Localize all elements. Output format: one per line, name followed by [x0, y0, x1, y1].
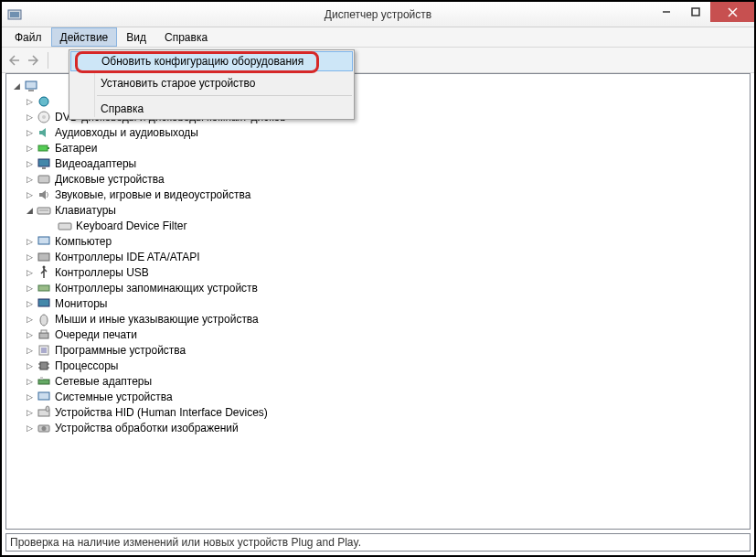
chevron-right-icon[interactable]: ▷	[25, 174, 35, 184]
sound-icon	[37, 187, 51, 202]
tree-item[interactable]: ▷Устройства обработки изображений	[12, 420, 750, 435]
usb-icon	[37, 265, 51, 280]
menu-action[interactable]: Действие	[51, 27, 118, 47]
chevron-right-icon[interactable]: ▷	[25, 143, 35, 153]
chevron-right-icon[interactable]: ▷	[25, 96, 35, 106]
tree-label: Устройства HID (Human Interface Devices)	[55, 406, 268, 419]
chevron-right-icon[interactable]: ▷	[25, 345, 35, 355]
svg-rect-36	[38, 392, 49, 400]
tree-item[interactable]: ▷Мыши и иные указывающие устройства	[12, 311, 750, 327]
tree-item[interactable]: ▷Сетевые адаптеры	[12, 373, 750, 389]
tree-item[interactable]: ▷Устройства HID (Human Interface Devices…	[12, 404, 750, 420]
svg-rect-13	[38, 159, 49, 166]
action-dropdown: Обновить конфигурацию оборудования Устан…	[69, 49, 355, 120]
chevron-down-icon[interactable]: ◢	[25, 205, 35, 215]
window-title: Диспетчер устройств	[325, 8, 431, 21]
chevron-right-icon[interactable]: ▷	[25, 376, 35, 386]
tree-item[interactable]: ▷Звуковые, игровые и видеоустройства	[12, 187, 750, 202]
chevron-right-icon[interactable]: ▷	[25, 127, 35, 137]
mouse-icon	[37, 312, 51, 327]
chevron-right-icon[interactable]: ▷	[25, 391, 35, 402]
chevron-right-icon[interactable]: ▷	[25, 252, 35, 262]
svg-rect-22	[38, 285, 49, 291]
tree-item[interactable]: ▷Видеоадаптеры	[12, 155, 750, 171]
maximize-button[interactable]	[681, 2, 710, 22]
tree-item[interactable]: ◢Клавиатуры	[12, 202, 750, 218]
svg-point-21	[43, 265, 46, 268]
tree-label: Программные устройства	[55, 344, 186, 357]
svg-rect-14	[42, 167, 46, 169]
menu-file[interactable]: Файл	[5, 27, 51, 47]
chevron-right-icon[interactable]: ▷	[25, 329, 35, 339]
camera-icon	[37, 421, 51, 435]
dropdown-help[interactable]: Справка	[69, 98, 354, 119]
chevron-right-icon[interactable]: ▷	[25, 112, 35, 122]
svg-rect-11	[38, 145, 48, 151]
tree-item[interactable]: ▷Контроллеры IDE ATA/ATAPI	[12, 249, 750, 264]
chevron-right-icon[interactable]: ▷	[25, 360, 35, 370]
chevron-right-icon[interactable]: ▷	[25, 189, 35, 199]
tree-item[interactable]: ▷Контроллеры USB	[12, 264, 750, 280]
tree-label: Мыши и иные указывающие устройства	[55, 313, 259, 326]
svg-point-10	[42, 115, 46, 119]
menu-help[interactable]: Справка	[155, 27, 217, 47]
minimize-button[interactable]	[652, 2, 681, 22]
tree-item[interactable]: ▷Процессоры	[12, 358, 750, 373]
close-button[interactable]	[710, 2, 754, 22]
tree-item[interactable]: ▷Очереди печати	[12, 327, 750, 342]
tree-label: Системные устройства	[55, 391, 173, 403]
monitor-icon	[37, 296, 51, 311]
tree-label: Очереди печати	[55, 328, 137, 341]
tree-item[interactable]: ▷Компьютер	[12, 233, 750, 249]
svg-rect-28	[41, 348, 47, 353]
cpu-icon	[37, 359, 51, 373]
dropdown-add-legacy[interactable]: Установить старое устройство	[69, 72, 354, 93]
svg-rect-23	[38, 299, 49, 306]
tree-item[interactable]: ▷Дисковые устройства	[12, 171, 750, 187]
svg-rect-35	[40, 377, 43, 380]
device-tree-panel: ◢ ▷ ▷DVD-дисководы и дисководы компакт-д…	[5, 73, 751, 530]
chevron-right-icon[interactable]: ▷	[25, 407, 35, 417]
svg-point-40	[42, 426, 47, 431]
system-icon	[37, 390, 51, 404]
chevron-right-icon[interactable]: ▷	[25, 283, 35, 293]
svg-rect-18	[59, 223, 71, 230]
tree-item[interactable]: ▷Мониторы	[12, 295, 750, 311]
tree-item[interactable]: ▷Системные устройства	[12, 389, 750, 404]
tree-item[interactable]: ▷Батареи	[12, 140, 750, 155]
tree-label: Keyboard Device Filter	[76, 220, 186, 232]
tree-label: Контроллеры запоминающих устройств	[55, 282, 258, 295]
chevron-right-icon[interactable]: ▷	[25, 267, 35, 277]
chevron-right-icon[interactable]: ▷	[25, 314, 35, 324]
tree-item[interactable]: ▷Контроллеры запоминающих устройств	[12, 280, 750, 295]
svg-rect-6	[26, 81, 37, 89]
svg-rect-12	[48, 147, 49, 149]
svg-rect-15	[38, 176, 49, 183]
tree-item[interactable]: Keyboard Device Filter	[12, 218, 750, 233]
chevron-right-icon[interactable]: ▷	[25, 158, 35, 168]
svg-point-24	[40, 315, 48, 326]
controller-icon	[37, 250, 51, 264]
menubar: Файл Действие Вид Справка	[2, 27, 754, 48]
svg-rect-20	[38, 253, 49, 261]
tree-item[interactable]: ▷Программные устройства	[12, 342, 750, 358]
tree-label: Аудиовходы и аудиовыходы	[55, 126, 198, 139]
tree-label: Сетевые адаптеры	[55, 375, 152, 388]
forward-icon[interactable]	[26, 53, 40, 68]
tree-item[interactable]: ▷Аудиовходы и аудиовыходы	[12, 124, 750, 140]
svg-rect-25	[39, 333, 48, 338]
chevron-right-icon[interactable]: ▷	[25, 423, 35, 433]
svg-point-38	[46, 406, 49, 412]
svg-rect-29	[40, 362, 48, 370]
chevron-right-icon[interactable]: ▷	[25, 236, 35, 246]
chevron-right-icon[interactable]: ▷	[25, 298, 35, 308]
chevron-down-icon[interactable]: ◢	[12, 80, 22, 91]
dropdown-scan-hardware[interactable]: Обновить конфигурацию оборудования	[70, 51, 353, 71]
svg-rect-3	[692, 8, 699, 16]
disc-icon	[37, 110, 51, 124]
back-icon[interactable]	[7, 53, 22, 68]
tree-label: Контроллеры USB	[55, 266, 149, 279]
tree-label: Видеоадаптеры	[55, 157, 136, 170]
menu-view[interactable]: Вид	[117, 27, 155, 47]
tree-label: Компьютер	[55, 235, 112, 248]
